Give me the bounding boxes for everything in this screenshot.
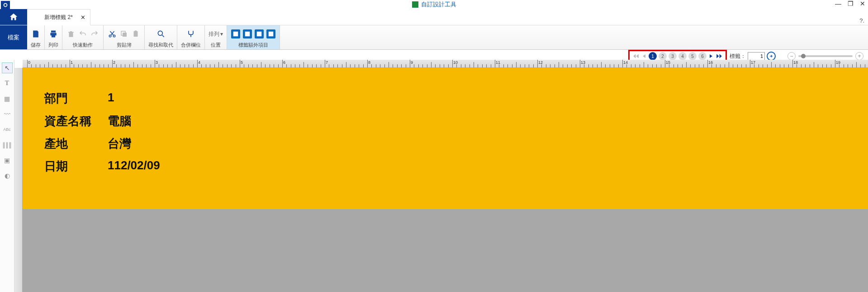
pointer-tool[interactable]: ↖: [2, 62, 13, 73]
zoom-slider[interactable]: [798, 55, 853, 57]
ribbon-group-quick: 快速動作: [62, 25, 104, 49]
go-button[interactable]: [767, 52, 776, 61]
page-3-button[interactable]: 3: [669, 52, 677, 60]
last-page-button[interactable]: [716, 53, 723, 59]
field-department[interactable]: 部門1: [44, 91, 114, 106]
arrange-dropdown[interactable]: 排列 ▾: [209, 30, 223, 38]
ribbon-label-print: 列印: [48, 42, 58, 48]
field-asset-name[interactable]: 資產名稱電腦: [44, 113, 131, 129]
ribbon-label-save: 儲存: [31, 42, 41, 48]
abc-tool[interactable]: ABc: [2, 124, 13, 135]
extra3-icon[interactable]: [255, 29, 264, 38]
shape-tool[interactable]: ◐: [2, 170, 13, 181]
ribbon-group-merge: 合併欄位: [177, 25, 205, 49]
ruler-vertical: [14, 68, 23, 292]
ribbon-label-find: 尋找和取代: [148, 42, 173, 48]
page-2-button[interactable]: 2: [659, 52, 667, 60]
svg-rect-9: [245, 32, 250, 37]
svg-rect-3: [123, 33, 127, 37]
ribbon-label-quick: 快速動作: [73, 42, 93, 48]
window-title: 自訂設計工具: [412, 0, 456, 9]
svg-point-7: [158, 31, 162, 35]
document-tab[interactable]: 新增標籤 2* ✕: [27, 9, 90, 25]
find-icon[interactable]: [156, 29, 166, 39]
label-number-input[interactable]: [748, 52, 765, 60]
page-6-button[interactable]: 6: [698, 52, 707, 60]
ribbon-label-position: 位置: [211, 42, 221, 48]
extra1-icon[interactable]: [231, 29, 240, 38]
image-tool[interactable]: ▣: [2, 155, 13, 166]
page-1-button[interactable]: 1: [649, 52, 657, 60]
tabs-row: 新增標籤 2* ✕: [0, 9, 868, 25]
copy-icon[interactable]: [119, 29, 129, 39]
ribbon-label-clipboard: 剪貼簿: [117, 42, 132, 48]
canvas-wrap: 01234567891011121314151617181920 部門1 資產名…: [14, 60, 868, 292]
print-icon[interactable]: [48, 29, 58, 39]
ribbon-group-position: 排列 ▾ 位置: [205, 25, 227, 49]
canvas[interactable]: 部門1 資產名稱電腦 產地台灣 日期112/02/09: [23, 68, 868, 292]
ribbon-label-extras: 標籤額外項目: [238, 42, 268, 48]
maximize-button[interactable]: ❐: [848, 0, 854, 7]
app-logo-icon: [1, 1, 10, 9]
wave-tool[interactable]: 〰: [2, 109, 13, 120]
svg-rect-6: [135, 31, 137, 32]
document-tab-label: 新增標籤 2*: [44, 14, 73, 21]
workspace: ↖ T ▦ 〰 ABc ∥∥∥ ▣ ◐ 01234567891011121314…: [0, 60, 868, 292]
barcode-tool[interactable]: ∥∥∥: [2, 139, 13, 150]
label-navigator: 標籤：: [730, 52, 776, 61]
extra2-icon[interactable]: [243, 29, 252, 38]
home-tab[interactable]: [0, 9, 27, 25]
svg-rect-5: [134, 31, 138, 37]
ribbon-group-extras: 標籤額外項目: [227, 25, 280, 49]
zoom-thumb[interactable]: [801, 54, 806, 58]
help-button[interactable]: ?.: [859, 17, 864, 24]
chevron-down-icon: ▾: [220, 31, 223, 37]
tab-close-button[interactable]: ✕: [81, 14, 85, 21]
prev-page-button[interactable]: [641, 53, 647, 59]
side-toolbar: ↖ T ▦ 〰 ABc ∥∥∥ ▣ ◐: [0, 60, 14, 292]
minimize-button[interactable]: —: [835, 0, 841, 7]
undo-icon[interactable]: [78, 29, 88, 39]
ruler-horizontal: 01234567891011121314151617181920: [23, 60, 868, 68]
label-nav-text: 標籤：: [730, 53, 746, 60]
ribbon-group-clipboard: 剪貼簿: [104, 25, 145, 49]
zoom-control: − +: [787, 52, 863, 60]
trash-icon[interactable]: [66, 29, 76, 39]
title-text: 自訂設計工具: [421, 0, 456, 9]
ribbon-label-merge: 合併欄位: [181, 42, 201, 48]
svg-rect-8: [233, 32, 238, 37]
svg-point-0: [4, 3, 7, 6]
redo-icon[interactable]: [90, 29, 100, 39]
zoom-out-button[interactable]: −: [787, 52, 796, 60]
grid-tool[interactable]: ▦: [2, 93, 13, 104]
page-5-button[interactable]: 5: [688, 52, 697, 60]
title-bar: 自訂設計工具 — ❐ ✕: [0, 0, 868, 9]
cut-icon[interactable]: [107, 29, 117, 39]
text-tool[interactable]: T: [2, 78, 13, 89]
ribbon-group-print: 列印: [45, 25, 62, 49]
svg-rect-11: [269, 32, 274, 37]
svg-rect-10: [257, 32, 262, 37]
page-4-button[interactable]: 4: [678, 52, 687, 60]
close-button[interactable]: ✕: [860, 0, 865, 7]
field-date[interactable]: 日期112/02/09: [44, 158, 160, 174]
field-origin[interactable]: 產地台灣: [44, 136, 131, 152]
merge-icon[interactable]: [186, 29, 196, 39]
doc-icon: [412, 1, 418, 8]
next-page-button[interactable]: [708, 53, 714, 59]
paste-icon[interactable]: [131, 29, 141, 39]
ribbon-group-save: 儲存: [27, 25, 45, 49]
label-design-area[interactable]: 部門1 資產名稱電腦 產地台灣 日期112/02/09: [23, 68, 868, 209]
extra4-icon[interactable]: [266, 29, 275, 38]
ribbon: 檔案 儲存 列印 快速動作 剪貼簿 尋找和取代 合併欄位 排列 ▾: [0, 25, 868, 50]
save-icon[interactable]: [31, 29, 41, 39]
zoom-in-button[interactable]: +: [855, 52, 863, 60]
first-page-button[interactable]: [632, 53, 640, 59]
file-menu-button[interactable]: 檔案: [0, 25, 27, 49]
ribbon-group-findreplace: 尋找和取代: [145, 25, 177, 49]
